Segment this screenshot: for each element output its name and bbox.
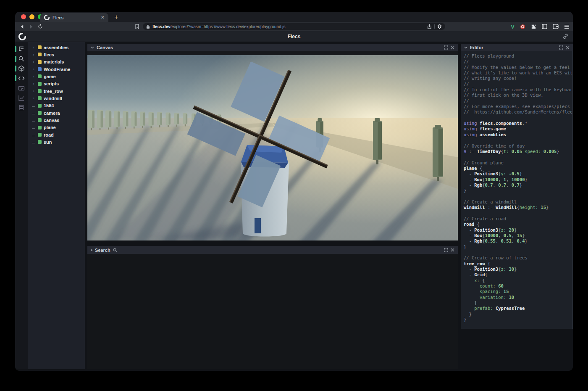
leaf-dash-icon: [32, 140, 36, 144]
editor-panel-header[interactable]: Editor: [461, 44, 573, 51]
expand-arrow-icon[interactable]: ›: [32, 67, 36, 71]
entity-color-square: [38, 126, 42, 129]
bookmark-icon[interactable]: [134, 23, 140, 30]
collapsed-dot-icon[interactable]: [91, 249, 92, 251]
minimize-window-button[interactable]: [29, 14, 34, 19]
tree-item-label: windmill: [44, 96, 62, 101]
expand-arrow-icon[interactable]: ›: [32, 89, 36, 93]
code-editor[interactable]: // Flecs playground//// Modify the value…: [461, 51, 573, 329]
tree-item-materials[interactable]: ›materials: [28, 58, 85, 66]
tree-item-1584[interactable]: 1584: [28, 102, 85, 109]
code-line: [464, 154, 572, 160]
forward-button[interactable]: [28, 23, 34, 30]
strip-hierarchy-icon[interactable]: [15, 45, 28, 53]
tree-item-sun[interactable]: sun: [28, 138, 85, 145]
code-line: //: [464, 82, 572, 87]
fullscreen-icon[interactable]: [559, 45, 563, 50]
tab-close-icon[interactable]: ✕: [101, 15, 105, 20]
tree-item-game[interactable]: ›game: [28, 73, 85, 80]
code-line: //: [464, 98, 572, 104]
sidebar-toggle-icon[interactable]: [542, 24, 547, 29]
explorer-content: ›assemblies›flecs›materials›WoodFrame›ga…: [15, 42, 573, 371]
extension-icons: V: [511, 23, 570, 30]
expand-arrow-icon[interactable]: ›: [32, 74, 36, 79]
left-icon-strip: [15, 42, 28, 369]
menu-icon[interactable]: [564, 24, 570, 29]
expand-arrow-icon[interactable]: ›: [32, 60, 36, 64]
back-button[interactable]: [18, 23, 25, 30]
tab-title: Flecs: [52, 15, 98, 20]
extension-red-icon[interactable]: [520, 24, 525, 29]
share-link-icon[interactable]: [562, 33, 569, 40]
tab-favicon-flecs-icon: [44, 15, 50, 20]
leaf-dash-icon: [32, 118, 36, 122]
strip-code-icon[interactable]: [15, 74, 28, 82]
reload-button[interactable]: [37, 23, 44, 30]
brave-shield-icon[interactable]: [437, 24, 442, 29]
code-line: //: [464, 59, 572, 64]
page-header: Flecs: [15, 31, 573, 42]
code-line: }: [464, 188, 572, 193]
tree-item-scripts[interactable]: ›scripts: [28, 80, 85, 87]
tree-item-assemblies[interactable]: ›assemblies: [28, 44, 85, 51]
entity-color-square: [38, 60, 42, 64]
browser-tab-flecs[interactable]: Flecs ✕: [40, 13, 108, 22]
close-window-button[interactable]: [21, 14, 26, 19]
tree-item-label: road: [44, 132, 54, 137]
strip-search-icon[interactable]: [15, 55, 28, 63]
code-line: prefab: CypressTree: [464, 306, 572, 311]
tree-item-WoodFrame[interactable]: ›WoodFrame: [28, 66, 85, 73]
share-icon[interactable]: [427, 24, 432, 29]
code-line: using flecs.game: [464, 126, 572, 132]
expand-arrow-icon[interactable]: ›: [32, 96, 36, 100]
tree-item-windmill[interactable]: ›windmill: [28, 95, 85, 102]
toolbar-separator: [434, 24, 435, 29]
strip-inspect-icon[interactable]: [15, 85, 28, 93]
tree-item-plane[interactable]: plane: [28, 124, 85, 131]
code-line: variation: 10: [464, 295, 572, 300]
canvas-panel-header[interactable]: Canvas: [87, 44, 458, 51]
code-line: - Box{10000, 0.5, 15}: [464, 233, 572, 238]
code-line: x: {: [464, 278, 572, 283]
search-icon: [113, 248, 117, 252]
close-panel-icon[interactable]: [451, 46, 454, 50]
code-line: }: [464, 244, 572, 250]
strip-stats-icon[interactable]: [15, 94, 28, 102]
search-panel-body[interactable]: [87, 254, 458, 369]
close-panel-icon[interactable]: [451, 248, 454, 252]
url-bar[interactable]: flecs.dev/explorer/?wasm=https://www.fle…: [143, 23, 445, 30]
wallet-icon[interactable]: [553, 24, 559, 29]
tree-item-road[interactable]: road: [28, 131, 85, 138]
expand-arrow-icon[interactable]: ›: [32, 45, 36, 50]
strip-entities-3d-icon[interactable]: [15, 64, 28, 73]
vue-devtools-icon[interactable]: V: [511, 24, 514, 30]
code-line: // https://github.com/SanderMertens/flec…: [464, 109, 572, 115]
code-line: road {: [464, 222, 572, 227]
entity-color-square: [38, 140, 42, 144]
tree-item-tree_row[interactable]: ›tree_row: [28, 87, 85, 95]
strip-queries-icon[interactable]: [15, 103, 28, 112]
tree-item-canvas[interactable]: canvas: [28, 116, 85, 124]
chevron-down-icon[interactable]: [464, 46, 467, 49]
entity-color-square: [38, 53, 42, 56]
expand-arrow-icon[interactable]: ›: [32, 82, 36, 86]
entity-color-square: [38, 45, 42, 49]
tree-item-flecs[interactable]: ›flecs: [28, 51, 85, 58]
extensions-puzzle-icon[interactable]: [531, 24, 536, 29]
fullscreen-icon[interactable]: [444, 45, 448, 50]
fullscreen-icon[interactable]: [444, 248, 448, 252]
canvas-3d-view[interactable]: [87, 51, 458, 241]
search-panel-header[interactable]: Search: [87, 246, 458, 254]
leaf-dash-icon: [32, 133, 36, 137]
entity-color-square: [38, 96, 42, 100]
tree-item-label: scripts: [44, 81, 59, 86]
canvas-3d-scene: [87, 55, 458, 240]
new-tab-button[interactable]: +: [112, 13, 121, 22]
code-line: // Override time of day: [464, 143, 572, 149]
tree-item-camera[interactable]: camera: [28, 109, 85, 116]
code-line: [464, 137, 572, 143]
expand-arrow-icon[interactable]: ›: [32, 53, 36, 57]
chevron-down-icon[interactable]: [91, 46, 94, 49]
close-panel-icon[interactable]: [566, 46, 570, 50]
code-line: [464, 250, 572, 255]
